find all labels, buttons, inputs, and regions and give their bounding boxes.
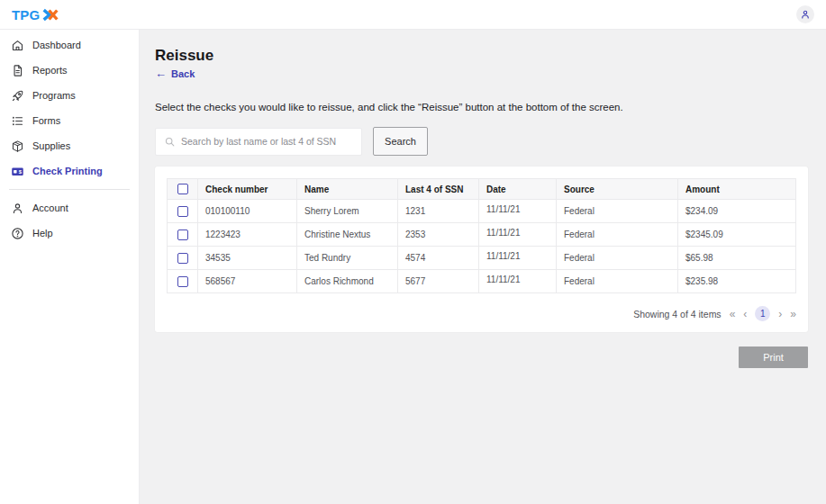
cell-source: Federal xyxy=(557,223,678,247)
cell-date: 11/11/21 xyxy=(479,247,557,270)
logo-text: TPG xyxy=(12,7,40,22)
column-header-source: Source xyxy=(557,179,678,200)
sidebar-item-label: Forms xyxy=(32,115,60,126)
page-title: Reissue xyxy=(155,47,808,65)
select-all-checkbox[interactable] xyxy=(177,184,188,194)
person-icon xyxy=(11,202,24,215)
search-row: Search xyxy=(155,127,808,156)
cell-name: Sherry Lorem xyxy=(297,200,398,223)
page-number-badge[interactable]: 1 xyxy=(755,306,770,321)
check-icon: $ xyxy=(11,165,24,178)
sidebar-item-dashboard[interactable]: Dashboard xyxy=(0,32,139,58)
column-header-amount: Amount xyxy=(678,179,796,200)
row-checkbox[interactable] xyxy=(177,253,188,264)
checks-table: Check number Name Last 4 of SSN Date Sou… xyxy=(167,178,796,293)
cell-check-number: 568567 xyxy=(198,270,297,293)
back-label: Back xyxy=(171,68,195,79)
cell-check-number: 010100110 xyxy=(198,200,297,223)
app-window: TPG xyxy=(0,0,826,504)
topbar: TPG xyxy=(0,0,826,30)
cell-check-number: 34535 xyxy=(198,247,297,270)
sidebar-item-label: Help xyxy=(32,228,53,238)
search-button[interactable]: Search xyxy=(373,127,428,156)
cell-ssn: 5677 xyxy=(398,270,479,293)
package-icon xyxy=(11,140,24,153)
sidebar-item-programs[interactable]: Programs xyxy=(0,83,139,108)
cell-amount: $235.98 xyxy=(678,270,796,293)
cell-amount: $65.98 xyxy=(678,247,796,270)
question-icon xyxy=(11,227,24,240)
pagination: Showing 4 of 4 items « ‹ 1 › » xyxy=(167,306,796,321)
user-avatar[interactable] xyxy=(796,5,814,23)
cell-source: Federal xyxy=(557,247,678,270)
main-content: Reissue ← Back Select the checks you wou… xyxy=(140,30,826,504)
cell-date: 11/11/21 xyxy=(479,270,557,293)
pagination-summary: Showing 4 of 4 items xyxy=(633,309,721,320)
table-row: 010100110 Sherry Lorem 1231 11/11/21 Fed… xyxy=(168,200,796,223)
cell-amount: $2345.09 xyxy=(678,223,796,247)
column-header-date: Date xyxy=(479,179,557,200)
sidebar-item-label: Dashboard xyxy=(32,40,81,50)
sidebar-item-label: Account xyxy=(32,202,68,213)
column-header-name: Name xyxy=(297,179,398,200)
previous-page-button[interactable]: ‹ xyxy=(743,309,747,320)
table-row: 1223423 Christine Nextus 2353 11/11/21 F… xyxy=(168,223,796,247)
user-icon xyxy=(800,9,811,20)
sidebar-divider xyxy=(9,189,130,190)
sidebar-item-check-printing[interactable]: $ Check Printing xyxy=(0,158,139,184)
cell-date: 11/11/21 xyxy=(479,200,557,223)
table-row: 568567 Carlos Richmond 5677 11/11/21 Fed… xyxy=(168,270,796,293)
next-page-button[interactable]: › xyxy=(778,309,782,320)
cell-source: Federal xyxy=(557,200,678,223)
column-header-ssn: Last 4 of SSN xyxy=(398,179,479,200)
print-row: Print xyxy=(155,346,808,368)
sidebar-item-help[interactable]: Help xyxy=(0,220,139,246)
row-checkbox[interactable] xyxy=(177,206,188,217)
back-arrow-icon: ← xyxy=(155,68,167,79)
sidebar-item-label: Supplies xyxy=(32,140,70,151)
search-input[interactable] xyxy=(181,136,353,147)
header-checkbox-cell xyxy=(168,179,198,200)
tpg-x-mark-icon xyxy=(41,7,59,22)
search-box xyxy=(155,128,362,156)
sidebar-item-label: Reports xyxy=(32,65,68,76)
table-row: 34535 Ted Rundry 4574 11/11/21 Federal $… xyxy=(168,247,796,270)
cell-name: Christine Nextus xyxy=(297,223,398,247)
sidebar-item-supplies[interactable]: Supplies xyxy=(0,133,139,158)
row-checkbox[interactable] xyxy=(177,276,188,287)
tpg-logo[interactable]: TPG xyxy=(12,7,59,22)
rocket-icon xyxy=(11,89,24,103)
app-body: Dashboard Reports xyxy=(0,30,826,504)
last-page-button[interactable]: » xyxy=(790,309,796,320)
cell-ssn: 4574 xyxy=(398,247,479,270)
sidebar: Dashboard Reports xyxy=(0,30,140,504)
cell-date: 11/11/21 xyxy=(479,223,557,247)
cell-source: Federal xyxy=(557,270,678,293)
print-button[interactable]: Print xyxy=(739,346,808,368)
table-header-row: Check number Name Last 4 of SSN Date Sou… xyxy=(168,179,796,200)
back-link[interactable]: ← Back xyxy=(155,68,195,79)
table-body: 010100110 Sherry Lorem 1231 11/11/21 Fed… xyxy=(168,200,796,293)
sidebar-item-forms[interactable]: Forms xyxy=(0,108,139,133)
checks-table-card: Check number Name Last 4 of SSN Date Sou… xyxy=(155,166,808,332)
first-page-button[interactable]: « xyxy=(730,309,736,320)
cell-name: Ted Rundry xyxy=(297,247,398,270)
cell-ssn: 1231 xyxy=(398,200,479,223)
cell-check-number: 1223423 xyxy=(198,223,297,247)
cell-name: Carlos Richmond xyxy=(297,270,398,293)
instruction-text: Select the checks you would like to reis… xyxy=(155,102,808,112)
report-icon xyxy=(11,64,24,77)
sidebar-item-label: Check Printing xyxy=(32,166,103,176)
sidebar-item-reports[interactable]: Reports xyxy=(0,58,139,83)
sidebar-item-account[interactable]: Account xyxy=(0,195,139,220)
cell-ssn: 2353 xyxy=(398,223,479,247)
search-icon xyxy=(164,136,176,148)
list-icon xyxy=(11,114,24,128)
column-header-check-number: Check number xyxy=(198,179,297,200)
sidebar-item-label: Programs xyxy=(32,90,76,101)
row-checkbox[interactable] xyxy=(177,230,188,240)
home-icon xyxy=(11,39,24,52)
cell-amount: $234.09 xyxy=(678,200,796,223)
